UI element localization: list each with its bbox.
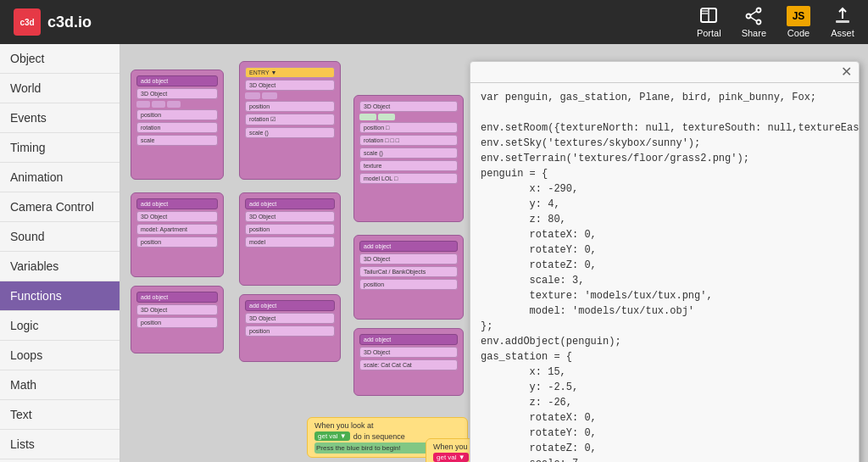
sidebar-item-timing[interactable]: Timing: [0, 133, 120, 163]
code-label: Code: [787, 28, 810, 38]
asset-label: Asset: [831, 28, 854, 38]
portal-label: Portal: [697, 28, 721, 38]
sidebar-item-math[interactable]: Math: [0, 370, 120, 400]
sidebar-item-world[interactable]: World: [0, 74, 120, 103]
code-button[interactable]: JS Code: [787, 6, 810, 38]
code-panel-header: ✕: [470, 62, 859, 83]
sidebar-item-text[interactable]: Text: [0, 400, 120, 430]
share-button[interactable]: Share: [742, 6, 766, 38]
sidebar-item-events[interactable]: Events: [0, 103, 120, 133]
code-close-button[interactable]: ✕: [841, 65, 852, 79]
block-group-9[interactable]: add object 3D Object scale: Cat Cat Cat: [353, 328, 464, 396]
topbar: c3d c3d.io Portal: [0, 0, 868, 44]
svg-rect-3: [702, 13, 708, 14]
sidebar-item-functions[interactable]: Functions: [0, 281, 120, 311]
sidebar-item-camera-control[interactable]: Camera Control: [0, 192, 120, 222]
block-group-4[interactable]: ENTRY ▼ 3D Object position rotation ☑ sc…: [239, 61, 341, 180]
svg-rect-9: [836, 20, 849, 23]
sidebar-item-logic[interactable]: Logic: [0, 311, 120, 341]
sidebar-item-variables[interactable]: Variables: [0, 252, 120, 281]
block-group-2[interactable]: add object 3D Object model: Apartment po…: [131, 192, 224, 277]
svg-rect-2: [702, 10, 708, 12]
block-group-5[interactable]: add object 3D Object position model: [239, 192, 341, 286]
main: Object World Events Timing Animation Cam…: [0, 44, 868, 462]
share-label: Share: [742, 28, 766, 38]
logo-text: c3d.io: [47, 14, 92, 31]
svg-point-4: [757, 8, 761, 13]
book-icon: [697, 6, 721, 26]
portal-button[interactable]: Portal: [697, 6, 721, 38]
block-group-8[interactable]: add object 3D Object TailurCat / BankObj…: [353, 235, 464, 320]
js-icon: JS: [787, 6, 810, 26]
code-panel: ✕ var penguin, gas_station, Plane, bird,…: [470, 61, 860, 462]
logo-icon: c3d: [14, 8, 41, 36]
upload-icon: [831, 6, 854, 26]
block-group-3[interactable]: add object 3D Object position: [131, 286, 224, 353]
sidebar-item-lists[interactable]: Lists: [0, 430, 120, 459]
code-content[interactable]: var penguin, gas_station, Plane, bird, p…: [470, 83, 859, 462]
svg-line-7: [751, 11, 757, 15]
sidebar-item-sound[interactable]: Sound: [0, 222, 120, 252]
topbar-right: Portal Share JS Code: [697, 6, 854, 38]
sidebar-item-object[interactable]: Object: [0, 44, 120, 74]
block-group-1[interactable]: add object 3D Object position rotation s…: [131, 70, 224, 180]
block-group-7[interactable]: 3D Object position □ rotation □ □ □ scal…: [353, 95, 464, 222]
asset-button[interactable]: Asset: [831, 6, 854, 38]
svg-point-5: [747, 14, 751, 19]
svg-point-6: [757, 20, 761, 25]
sidebar-item-animation[interactable]: Animation: [0, 163, 120, 192]
canvas-area[interactable]: add object 3D Object position rotation s…: [120, 44, 868, 462]
sidebar: Object World Events Timing Animation Cam…: [0, 44, 120, 462]
logo-area: c3d c3d.io: [14, 8, 92, 36]
sidebar-item-loops[interactable]: Loops: [0, 341, 120, 370]
svg-line-8: [751, 17, 757, 21]
share-icon: [742, 6, 765, 26]
block-group-6[interactable]: add object 3D Object position: [239, 294, 341, 362]
